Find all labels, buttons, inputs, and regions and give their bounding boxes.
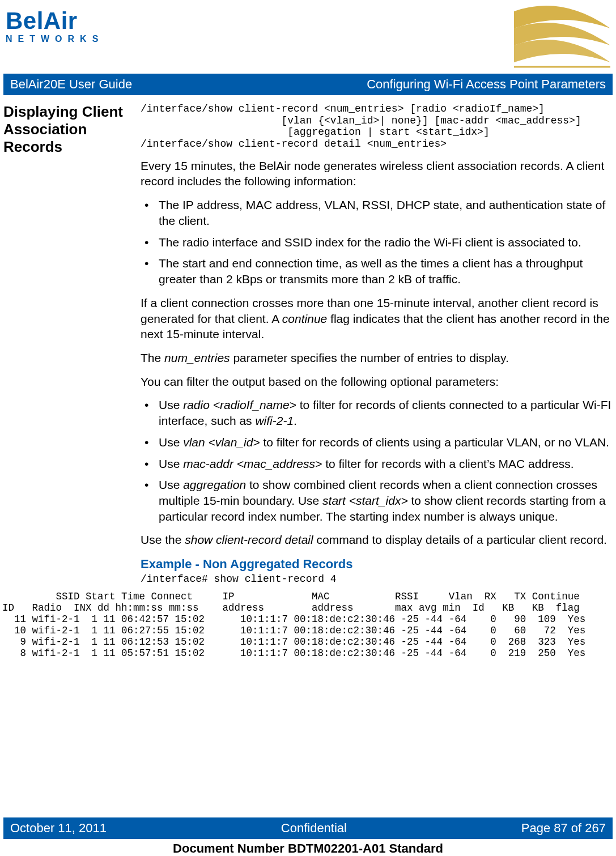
text: command to display details of a particul… (313, 533, 607, 546)
aggregation-param: aggregation (183, 478, 246, 491)
text: Use (159, 457, 183, 470)
filter-intro-paragraph: You can filter the output based on the f… (141, 374, 613, 390)
text: parameter specifies the number of entrie… (230, 351, 509, 364)
filter-options-list: Use radio <radioIf_name> to filter for r… (141, 397, 613, 524)
logo-brand-bottom: NETWORKS (6, 34, 104, 44)
page-header: BelAir NETWORKS (0, 0, 616, 74)
logo-belair: BelAir NETWORKS (6, 6, 104, 44)
list-item: The radio interface and SSID index for t… (155, 235, 613, 250)
logo-swirl-icon (514, 6, 610, 68)
example-heading: Example - Non Aggregated Records (141, 556, 613, 572)
num-entries-term: num_entries (164, 351, 230, 364)
record-fields-list: The IP address, MAC address, VLAN, RSSI,… (141, 197, 613, 287)
text: to filter for records with a client’s MA… (322, 457, 573, 470)
continue-flag-paragraph: If a client connection crosses more than… (141, 295, 613, 342)
title-bar: BelAir20E User Guide Configuring Wi-Fi A… (3, 74, 613, 95)
list-item: The start and end connection time, as we… (155, 255, 613, 287)
radio-param: radio <radioIf_name> (183, 398, 296, 411)
intro-paragraph: Every 15 minutes, the BelAir node genera… (141, 158, 613, 189)
document-number: Document Number BDTM02201-A01 Standard (0, 839, 616, 856)
page-footer: October 11, 2011 Confidential Page 87 of… (0, 817, 616, 856)
list-item: Use mac-addr <mac_address> to filter for… (155, 456, 613, 472)
start-idx-param: start <start_idx> (322, 494, 408, 507)
logo-brand-top: BelAir (6, 9, 104, 33)
client-record-table: SSID Start Time Connect IP MAC RSSI Vlan… (2, 591, 614, 659)
list-item: Use aggregation to show combined client … (155, 477, 613, 524)
text: Use (159, 478, 183, 491)
text: Use the (141, 533, 185, 546)
text: The (141, 351, 164, 364)
text: Use (159, 398, 183, 411)
guide-title: BelAir20E User Guide (10, 77, 132, 92)
command-syntax-block: /interface/show client-record <num_entri… (141, 103, 613, 150)
example-command: /interface# show client-record 4 (141, 573, 613, 585)
footer-date: October 11, 2011 (10, 821, 107, 836)
show-detail-term: show client-record detail (185, 533, 313, 546)
footer-confidential: Confidential (281, 821, 347, 836)
detail-command-paragraph: Use the show client-record detail comman… (141, 532, 613, 548)
footer-page-number: Page 87 of 267 (521, 821, 606, 836)
list-item: Use radio <radioIf_name> to filter for r… (155, 397, 613, 428)
footer-bar: October 11, 2011 Confidential Page 87 of… (3, 817, 613, 839)
list-item: The IP address, MAC address, VLAN, RSSI,… (155, 197, 613, 228)
continue-term: continue (282, 312, 327, 325)
section-title: Configuring Wi-Fi Access Point Parameter… (367, 77, 606, 92)
text: . (294, 414, 297, 427)
main-content: /interface/show client-record <num_entri… (141, 103, 613, 585)
text: Use (159, 436, 183, 449)
text: to filter for records of clients using a… (260, 436, 609, 449)
num-entries-paragraph: The num_entries parameter specifies the … (141, 350, 613, 366)
vlan-param: vlan <vlan_id> (183, 436, 260, 449)
mac-addr-param: mac-addr <mac_address> (183, 457, 322, 470)
list-item: Use vlan <vlan_id> to filter for records… (155, 435, 613, 450)
wifi-example: wifi-2-1 (255, 414, 294, 427)
side-heading: Displaying Client Association Records (3, 103, 141, 585)
